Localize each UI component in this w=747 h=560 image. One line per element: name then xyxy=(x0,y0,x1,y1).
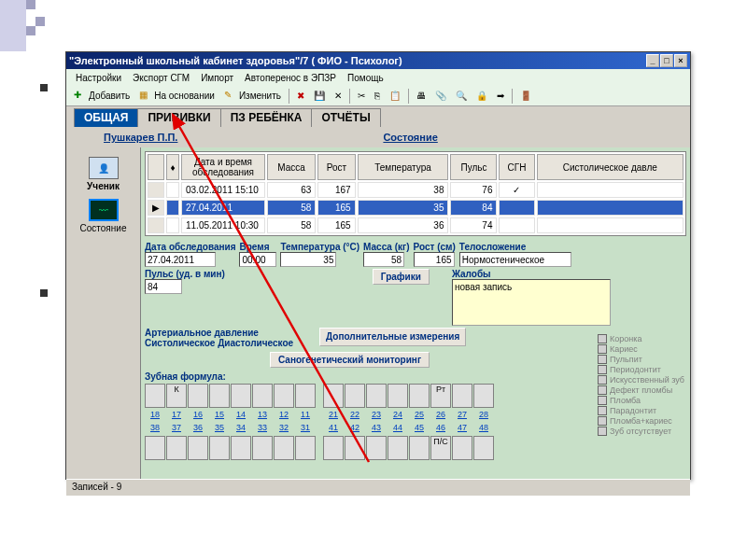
tooth-num[interactable]: 32 xyxy=(274,423,294,434)
paste-button[interactable]: 📋 xyxy=(386,90,404,102)
export-button[interactable]: ➡ xyxy=(493,90,508,102)
dental-cell[interactable] xyxy=(366,384,387,408)
th-mass[interactable]: Масса xyxy=(267,154,316,180)
dental-cell[interactable] xyxy=(366,436,387,460)
dental-cell[interactable] xyxy=(274,384,294,408)
input-body[interactable] xyxy=(459,252,571,267)
dental-cell[interactable] xyxy=(409,384,430,408)
tooth-num[interactable]: 16 xyxy=(188,410,208,421)
dental-cell[interactable] xyxy=(166,436,187,460)
extra-button[interactable]: Дополнительные измерения xyxy=(319,328,466,346)
input-temp[interactable] xyxy=(280,252,336,267)
th-temp[interactable]: Температура xyxy=(358,154,449,180)
tooth-num[interactable]: 38 xyxy=(145,423,165,434)
tooth-num[interactable]: 37 xyxy=(166,423,187,434)
condition-link[interactable]: Состояние xyxy=(383,132,437,143)
menu-settings[interactable]: Настройки xyxy=(70,73,127,83)
tab-reports[interactable]: ОТЧЁТЫ xyxy=(311,108,380,127)
dental-cell[interactable]: Рт xyxy=(430,384,451,408)
dental-cell[interactable] xyxy=(345,384,365,408)
input-pulse[interactable] xyxy=(145,279,182,294)
dental-cell[interactable] xyxy=(295,436,316,460)
tooth-num[interactable]: 42 xyxy=(345,423,365,434)
print-button[interactable]: 🖶 xyxy=(413,90,430,102)
tooth-num[interactable]: 26 xyxy=(430,410,451,421)
dental-cell[interactable] xyxy=(473,436,494,460)
attach-button[interactable]: 📎 xyxy=(431,90,450,102)
th-sys[interactable]: Систолическое давле xyxy=(537,154,684,180)
tooth-num[interactable]: 36 xyxy=(188,423,208,434)
input-height[interactable] xyxy=(414,252,455,267)
copy-button[interactable]: ⎘ xyxy=(371,90,384,102)
tooth-num[interactable]: 14 xyxy=(231,410,251,421)
tooth-num[interactable]: 43 xyxy=(366,423,387,434)
sano-button[interactable]: Саногенетический мониторинг xyxy=(270,352,430,368)
dental-cell[interactable] xyxy=(231,384,251,408)
dental-cell[interactable] xyxy=(145,384,165,408)
condition-panel-icon[interactable]: 〰 xyxy=(89,199,119,221)
dental-cell[interactable] xyxy=(188,436,208,460)
tooth-num[interactable]: 41 xyxy=(323,423,344,434)
dental-cell[interactable] xyxy=(388,436,408,460)
exit-button[interactable]: 🚪 xyxy=(516,90,535,102)
tab-vaccines[interactable]: ПРИВИВКИ xyxy=(137,108,220,127)
student-panel-icon[interactable]: 👤 xyxy=(89,157,119,179)
dental-cell[interactable] xyxy=(388,384,408,408)
based-on-button[interactable]: ▦На основании xyxy=(135,89,218,104)
table-row[interactable]: 03.02.2011 15:10 63167 3876 ✓ xyxy=(148,182,684,198)
menu-help[interactable]: Помощь xyxy=(342,73,389,83)
th-height[interactable]: Рост xyxy=(317,154,355,180)
input-mass[interactable] xyxy=(363,252,404,267)
cancel-button[interactable]: ✕ xyxy=(331,90,345,102)
tooth-num[interactable]: 17 xyxy=(166,410,187,421)
tooth-num[interactable]: 44 xyxy=(388,423,408,434)
dental-cell[interactable] xyxy=(231,436,251,460)
th-flag[interactable]: ♦ xyxy=(166,154,179,180)
dental-cell[interactable] xyxy=(452,384,472,408)
tab-child-pz[interactable]: ПЗ РЕБЁНКА xyxy=(220,108,313,127)
menu-import[interactable]: Импорт xyxy=(195,73,239,83)
th-marker[interactable] xyxy=(148,154,164,180)
dental-cell[interactable] xyxy=(295,384,316,408)
tooth-num[interactable]: 45 xyxy=(409,423,430,434)
save-button[interactable]: 💾 xyxy=(310,90,329,102)
menu-autotransfer[interactable]: Автоперенос в ЭПЗР xyxy=(239,73,342,83)
tooth-num[interactable]: 31 xyxy=(295,423,316,434)
dental-cell[interactable] xyxy=(209,384,230,408)
dental-cell[interactable] xyxy=(345,436,365,460)
dental-cell[interactable] xyxy=(409,436,430,460)
tooth-num[interactable]: 23 xyxy=(366,410,387,421)
input-exam-date[interactable] xyxy=(145,252,216,267)
dental-cell[interactable] xyxy=(209,436,230,460)
minimize-button[interactable]: _ xyxy=(646,54,659,67)
charts-button[interactable]: Графики xyxy=(373,269,430,285)
tooth-num[interactable]: 18 xyxy=(145,410,165,421)
dental-cell[interactable] xyxy=(323,436,344,460)
tooth-num[interactable]: 48 xyxy=(473,423,494,434)
dental-cell[interactable] xyxy=(145,436,165,460)
tooth-num[interactable]: 21 xyxy=(323,410,344,421)
dental-cell[interactable] xyxy=(188,384,208,408)
dental-cell[interactable] xyxy=(473,384,494,408)
add-button[interactable]: ✚Добавить xyxy=(70,89,134,104)
tooth-num[interactable]: 27 xyxy=(452,410,472,421)
tooth-num[interactable]: 15 xyxy=(209,410,230,421)
dental-cell[interactable]: К xyxy=(166,384,187,408)
dental-cell[interactable]: П/С xyxy=(430,436,451,460)
tooth-num[interactable]: 35 xyxy=(209,423,230,434)
dental-cell[interactable] xyxy=(323,384,344,408)
input-time[interactable] xyxy=(239,252,276,267)
maximize-button[interactable]: □ xyxy=(660,54,673,67)
th-sgn[interactable]: СГН xyxy=(499,154,534,180)
dental-cell[interactable] xyxy=(252,384,273,408)
close-button[interactable]: × xyxy=(674,54,687,67)
dental-cell[interactable] xyxy=(274,436,294,460)
tooth-num[interactable]: 13 xyxy=(252,410,273,421)
delete-button[interactable]: ✖ xyxy=(293,90,308,102)
tooth-num[interactable]: 47 xyxy=(452,423,472,434)
tooth-num[interactable]: 11 xyxy=(295,410,316,421)
dental-cell[interactable] xyxy=(452,436,472,460)
th-pulse[interactable]: Пульс xyxy=(450,154,497,180)
cut-button[interactable]: ✂ xyxy=(354,90,369,102)
th-date[interactable]: Дата и время обследования xyxy=(181,154,265,180)
